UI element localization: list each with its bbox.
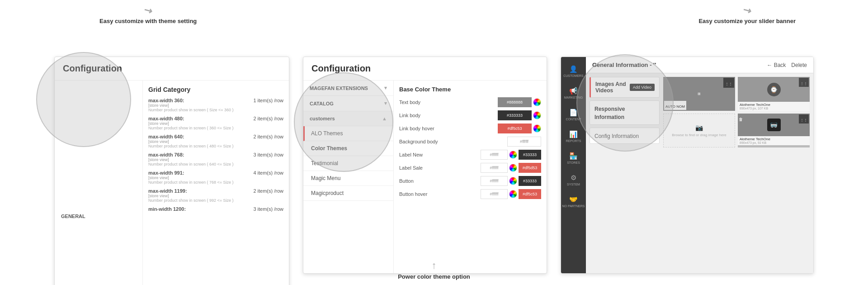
right-dark-sidebar: 👤 CUSTOMERS 📢 MARKETING 📄 CONTENT 📊 REPO… <box>561 57 586 273</box>
grid-row-2: max-width 640: 2 item(s) /row [store vie… <box>148 134 283 148</box>
left-panel: Configuration GENERAL ▾ MAGEFAN EXTENSIO… <box>54 57 289 285</box>
grid-title: Grid Category <box>148 86 283 93</box>
config-info-section[interactable]: Config Information <box>590 128 660 144</box>
menu-magefan-mid[interactable]: MAGEFAN EXTENSIONS ▾ <box>303 81 393 96</box>
submenu-alo[interactable]: ALO Themes <box>303 126 393 141</box>
image-thumb-4: 🥽 🗑 ⋮⋮ Alotheme TechOne <box>738 114 810 147</box>
right-sections-col: Images And Videos Add Video Responsive I… <box>590 77 660 270</box>
submenu-testimonial[interactable]: Testimonial <box>303 156 393 171</box>
middle-left-menu: MAGEFAN EXTENSIONS ▾ CATALOG ▾ customers… <box>303 81 394 273</box>
bottom-annotation: ↑ Power color theme option <box>398 260 470 280</box>
middle-config-title: Configuration <box>303 57 547 81</box>
middle-panel: Configuration MAGEFAN EXTENSIONS ▾ CATAL… <box>303 57 547 274</box>
browse-label: Browse to find or drag image here <box>670 133 728 138</box>
middle-color-section: Base Color Theme Text body #888888 <box>394 81 547 273</box>
color-picker-linkbodyhover[interactable] <box>533 124 541 133</box>
sidebar-icon-customers[interactable]: 👤 CUSTOMERS <box>562 61 585 81</box>
color-picker-buttonhover[interactable] <box>509 190 517 198</box>
grid-row-5: max-width 1199: 2 item(s) /row [store vi… <box>148 188 283 203</box>
submenu-magicproduct[interactable]: Magicproduct <box>303 186 393 201</box>
right-annotation: ↘ Easy customize your slider banner <box>698 5 796 24</box>
color-picker-labelnew[interactable] <box>509 151 517 159</box>
menu-catalog-mid[interactable]: CATALOG ▾ <box>303 96 393 111</box>
image-size-2: 890x473 px, 107 KB <box>740 107 808 110</box>
grid-row-6: min-width 1200: 3 item(s) /row <box>148 206 283 212</box>
color-row-buttonhover: Button hover #ffffff #df5c53 <box>399 189 541 199</box>
grid-row-1: max-width 480: 2 item(s) /row [store vie… <box>148 116 283 130</box>
add-video-button[interactable]: Add Video <box>630 84 655 91</box>
color-row-textbody: Text body #888888 <box>399 97 541 107</box>
sidebar-icon-stores[interactable]: 🏪 STORES <box>562 147 585 168</box>
images-videos-section[interactable]: Images And Videos Add Video <box>590 77 660 98</box>
color-row-button: Button #ffffff #33333 <box>399 176 541 186</box>
right-header: General Information - '' ← Back Delete <box>586 57 813 73</box>
sidebar-icon-marketing[interactable]: 📢 MARKETING <box>562 82 585 103</box>
color-picker-button[interactable] <box>509 177 517 185</box>
left-config-title: Configuration <box>55 57 289 81</box>
grid-row-4: max-width 991: 4 item(s) /row [store vie… <box>148 170 283 185</box>
right-panel: 👤 CUSTOMERS 📢 MARKETING 📄 CONTENT 📊 REPO… <box>561 57 814 274</box>
submenu-magic[interactable]: Magic Menu <box>303 171 393 186</box>
delete-button[interactable]: Delete <box>791 62 807 68</box>
color-picker-textbody[interactable] <box>533 98 541 106</box>
left-panel-content: Grid Category max-width 360: 1 item(s) /… <box>143 81 289 285</box>
chevron-icon-customers: ▲ <box>382 116 387 121</box>
right-panel-title: General Information - '' <box>592 62 656 68</box>
image-label-4: Alotheme TechOne <box>740 137 808 141</box>
bottom-annotation-text: Power color theme option <box>398 273 470 280</box>
color-row-background: Background body #ffffff <box>399 137 541 147</box>
color-row-labelsale: Label Sale #ffffff #df5d53 <box>399 163 541 173</box>
chevron-icon-catalog: ▾ <box>384 100 387 106</box>
color-picker-labelsale[interactable] <box>509 164 517 172</box>
color-picker-linkbody[interactable] <box>533 111 541 119</box>
right-panel-wrapper: 👤 CUSTOMERS 📢 MARKETING 📄 CONTENT 📊 REPO… <box>561 29 814 274</box>
color-section-title: Base Color Theme <box>399 86 541 93</box>
right-main-content: General Information - '' ← Back Delete I… <box>586 57 813 273</box>
left-annotation: ↙ Easy customize with theme setting <box>99 5 197 24</box>
grid-row-3: max-width 768: 3 item(s) /row [store vie… <box>148 152 283 166</box>
sidebar-icon-partners[interactable]: 🤝 NO PARTNERS <box>562 191 585 212</box>
sidebar-icon-reports[interactable]: 📊 REPORTS <box>562 126 585 147</box>
back-button[interactable]: ← Back <box>767 62 786 68</box>
images-videos-label: Images And Videos <box>595 81 630 94</box>
submenu-color[interactable]: Color Themes <box>303 141 393 156</box>
config-info-label: Config Information <box>594 133 639 139</box>
color-row-linkbodyhover: Link body hover #df5c53 <box>399 124 541 133</box>
image-thumb-1: ⊞ ⋮⋮ AUTO NOM <box>663 77 735 111</box>
image-label-1: AUTO NOM <box>665 104 685 109</box>
image-size-4: 890x473 px, 92 KB <box>740 141 808 144</box>
image-grid-area: ⊞ ⋮⋮ AUTO NOM <box>663 77 810 270</box>
sidebar-icon-content[interactable]: 📄 CONTENT <box>562 104 585 125</box>
left-panel-wrapper: Configuration GENERAL ▾ MAGEFAN EXTENSIO… <box>54 29 289 285</box>
image-label-2: Alotheme TechOne <box>740 103 808 107</box>
bottom-arrow-icon: ↑ <box>398 260 470 271</box>
middle-panel-wrapper: Configuration MAGEFAN EXTENSIONS ▾ CATAL… <box>303 29 547 274</box>
left-sidebar-menu: GENERAL ▾ MAGEFAN EXTENSIONS ▾ CATALOG ▾… <box>55 81 143 285</box>
responsive-info-section[interactable]: Responsive Information <box>590 100 660 125</box>
grid-row-0: max-width 360: 1 item(s) /row [store vie… <box>148 98 283 112</box>
menu-customers-mid[interactable]: customers ▲ <box>303 111 393 126</box>
image-thumb-2: ⌚ ⋮⋮ Alotheme TechOne 890x473 px, 107 KB <box>738 77 810 111</box>
image-placeholder[interactable]: 📷 Browse to find or drag image here <box>663 114 735 147</box>
color-row-linkbody: Link body #333333 <box>399 110 541 120</box>
responsive-info-label: Responsive Information <box>594 106 625 120</box>
color-row-labelnew: Label New #ffffff #33333 <box>399 150 541 160</box>
chevron-icon: ▾ <box>384 85 387 91</box>
right-content-body: Images And Videos Add Video Responsive I… <box>586 73 813 273</box>
sidebar-icon-system[interactable]: ⚙ SYSTEM <box>562 169 585 190</box>
